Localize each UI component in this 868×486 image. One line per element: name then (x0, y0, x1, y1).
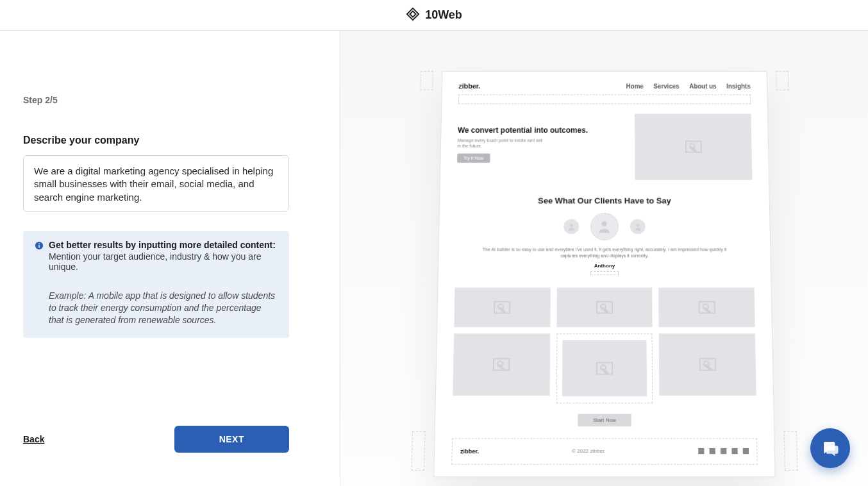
preview-card (453, 333, 550, 396)
twitter-icon (698, 448, 704, 454)
tip-subtitle: Mention your target audience, industry &… (49, 251, 278, 272)
tip-example: Example: A mobile app that is designed t… (49, 290, 278, 326)
tip-title: Get better results by inputting more det… (49, 240, 276, 250)
youtube-icon (742, 448, 748, 454)
dribbble-icon (720, 448, 726, 454)
site-preview: zibber. Home Services About us Insights … (433, 71, 776, 477)
guide-marker (776, 71, 789, 90)
guide-marker (411, 431, 425, 471)
preview-hero: We convert potential into outcomes. Mana… (456, 114, 752, 180)
image-placeholder-icon (685, 140, 701, 153)
preview-avatars (455, 213, 753, 240)
preview-menu-item: Home (626, 83, 643, 89)
company-description-input[interactable] (23, 155, 289, 212)
avatar-icon (563, 219, 579, 234)
preview-copyright: © 2022 zibber. (571, 448, 605, 454)
preview-card (454, 287, 550, 327)
svg-rect-1 (38, 245, 39, 247)
svg-point-3 (569, 224, 572, 227)
next-button[interactable]: NEXT (174, 426, 289, 453)
image-placeholder-icon (698, 301, 715, 314)
image-placeholder-icon (699, 358, 716, 371)
preview-hero-cta: Try It Now (457, 154, 490, 163)
step-indicator: Step 2/5 (23, 95, 314, 105)
avatar-icon (630, 219, 645, 234)
image-placeholder-icon (493, 358, 510, 371)
image-placeholder-icon (596, 362, 612, 374)
preview-quote: The AI builder is so easy to use and eve… (455, 247, 753, 259)
guide-marker (590, 271, 618, 275)
preview-menu-item: Insights (726, 83, 751, 89)
instagram-icon (709, 448, 715, 454)
preview-quote-author: Anthony (455, 263, 754, 269)
preview-gallery (453, 287, 756, 403)
preview-menu-item: About us (689, 83, 716, 89)
image-placeholder-icon (494, 301, 510, 314)
preview-start-now: Start Now (578, 414, 631, 426)
preview-menu-item: Services (653, 83, 679, 89)
guide-marker (458, 94, 750, 104)
chat-fab[interactable] (810, 428, 850, 468)
image-placeholder-icon (596, 301, 612, 314)
preview-hero-subtitle: Manage every touch point to excite and s… (457, 138, 546, 149)
preview-footer: zibber. © 2022 zibber. (451, 438, 757, 464)
linkedin-icon (731, 448, 737, 454)
info-icon (35, 241, 44, 250)
svg-point-5 (636, 224, 639, 227)
back-button[interactable]: Back (23, 434, 44, 444)
preview-card-selected (556, 333, 653, 403)
preview-hero-image (635, 114, 752, 180)
preview-card (658, 287, 755, 327)
preview-card (556, 287, 653, 327)
preview-hero-title: We convert potential into outcomes. (457, 126, 623, 135)
preview-nav: zibber. Home Services About us Insights (458, 83, 751, 90)
tip-box: Get better results by inputting more det… (23, 231, 289, 338)
preview-social-icons (698, 448, 749, 454)
avatar-icon (590, 213, 619, 240)
guide-marker (783, 431, 797, 471)
app-header: 10Web (0, 0, 868, 31)
preview-panel: zibber. Home Services About us Insights … (340, 31, 868, 486)
preview-card (659, 333, 756, 396)
preview-logo: zibber. (458, 83, 480, 90)
form-title: Describe your company (23, 135, 314, 146)
brand-name: 10Web (425, 8, 462, 22)
form-panel: Step 2/5 Describe your company Get bette… (0, 31, 340, 486)
guide-marker (420, 71, 433, 90)
svg-rect-2 (38, 244, 39, 244)
svg-point-4 (601, 221, 606, 226)
preview-testimonials-title: See What Our Clients Have to Say (456, 196, 752, 206)
preview-footer-logo: zibber. (460, 448, 478, 454)
chat-icon (821, 439, 840, 458)
brand-logo-icon (406, 7, 420, 24)
